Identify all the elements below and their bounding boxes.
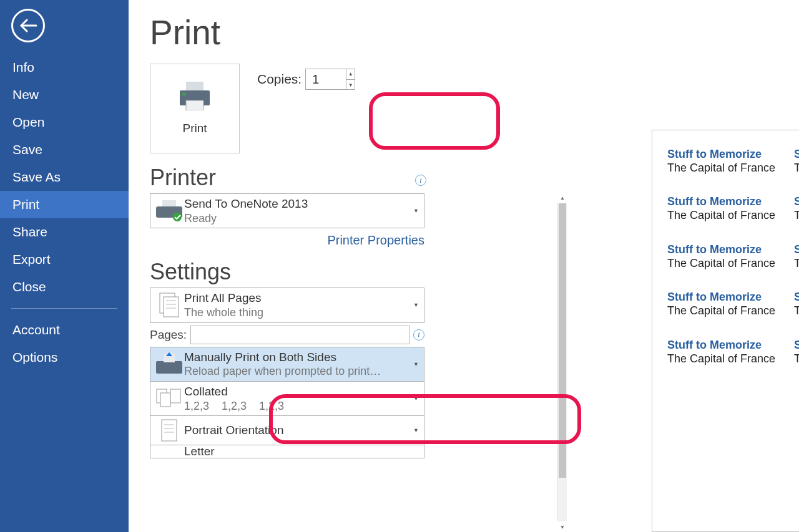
flashcard: Stuff to MemorizeThe Capital of England (794, 195, 799, 223)
copies-spin-down[interactable]: ▼ (346, 79, 355, 90)
print-range-line2: The whole thing (184, 306, 409, 320)
print-button[interactable]: Print (150, 64, 240, 153)
svg-point-7 (173, 213, 182, 221)
sidebar-item-save-as[interactable]: Save As (0, 163, 129, 191)
flashcard-body: The Capital of France (667, 352, 785, 366)
flashcard-heading: Stuff to Memorize (794, 339, 799, 352)
flashcard-body: The Capital of France (667, 304, 785, 318)
copies-field: Copies: 1 ▲ ▼ (257, 69, 355, 90)
flashcard-body: The Capital of England (794, 161, 799, 175)
sidebar-item-open[interactable]: Open (0, 109, 129, 136)
flashcard-heading: Stuff to Memorize (667, 195, 785, 208)
flashcard-heading: Stuff to Memorize (667, 291, 785, 304)
pages-label: Pages: (150, 328, 187, 342)
svg-rect-13 (156, 361, 182, 374)
sidebar-item-account[interactable]: Account (0, 316, 129, 344)
print-range-line1: Print All Pages (184, 291, 409, 306)
sidebar-item-new[interactable]: New (0, 81, 129, 109)
flashcard-heading: Stuff to Memorize (667, 243, 785, 256)
chevron-down-icon: ▼ (413, 208, 419, 214)
flashcard-heading: Stuff to Memorize (794, 195, 799, 208)
duplex-line2: Reload paper when prompted to print… (184, 364, 409, 379)
copies-label: Copies: (257, 72, 301, 87)
scroll-thumb[interactable] (559, 203, 566, 478)
paper-size-dropdown[interactable]: Letter (150, 445, 424, 458)
flashcard-body: The Capital of France (667, 208, 785, 223)
sidebar-item-share[interactable]: Share (0, 218, 129, 246)
svg-rect-9 (164, 297, 179, 317)
info-icon[interactable]: i (415, 175, 426, 186)
svg-rect-18 (162, 420, 177, 441)
printer-icon (177, 82, 212, 110)
flashcard: Stuff to MemorizeThe Capital of England (794, 291, 799, 318)
scroll-down-icon[interactable]: ▼ (559, 523, 566, 531)
chevron-down-icon: ▼ (413, 302, 419, 308)
pages-stack-icon (159, 292, 180, 318)
flashcard-body: The Capital of England (794, 352, 799, 366)
flashcard: Stuff to MemorizeThe Capital of England (794, 339, 799, 366)
printer-device-icon (156, 200, 182, 221)
copies-value: 1 (306, 72, 346, 87)
printer-name: Send To OneNote 2013 (184, 196, 409, 211)
svg-rect-6 (162, 200, 176, 206)
duplex-line1: Manually Print on Both Sides (184, 350, 409, 365)
copies-spin-up[interactable]: ▲ (346, 69, 355, 79)
chevron-down-icon: ▼ (413, 427, 419, 433)
backstage-sidebar: InfoNewOpenSaveSave AsPrintShareExportCl… (0, 0, 129, 532)
paper-line1: Letter (184, 445, 409, 458)
chevron-down-icon: ▼ (413, 395, 419, 402)
flashcard-body: The Capital of England (794, 304, 799, 318)
sidebar-item-save[interactable]: Save (0, 136, 129, 163)
print-button-label: Print (182, 122, 207, 135)
flashcard-heading: Stuff to Memorize (794, 148, 799, 161)
orientation-line1: Portrait Orientation (184, 423, 409, 438)
sidebar-item-export[interactable]: Export (0, 246, 129, 273)
flashcard-body: The Capital of France (667, 161, 785, 175)
flashcard-heading: Stuff to Memorize (794, 291, 799, 304)
flashcard-heading: Stuff to Memorize (667, 339, 785, 352)
flashcard: Stuff to MemorizeThe Capital of England (794, 148, 799, 175)
settings-scrollbar[interactable]: ▲ ▼ (557, 203, 567, 521)
portrait-page-icon (160, 418, 178, 442)
flashcard: Stuff to MemorizeThe Capital of France (667, 148, 785, 175)
sidebar-item-options[interactable]: Options (0, 344, 129, 371)
chevron-down-icon: ▼ (413, 361, 419, 367)
copies-input[interactable]: 1 ▲ ▼ (305, 69, 355, 90)
flashcard: Stuff to MemorizeThe Capital of France (667, 243, 785, 271)
sidebar-item-info[interactable]: Info (0, 54, 129, 81)
svg-rect-2 (186, 82, 203, 90)
flashcard-heading: Stuff to Memorize (667, 148, 785, 161)
sidebar-separator (11, 308, 117, 309)
collate-dropdown[interactable]: Collated 1,2,3 1,2,3 1,2,3 ▼ (150, 381, 424, 416)
flashcard-heading: Stuff to Memorize (794, 243, 799, 256)
duplex-dropdown[interactable]: Manually Print on Both Sides Reload pape… (150, 347, 424, 382)
sidebar-item-print[interactable]: Print (0, 191, 129, 218)
flashcard: Stuff to MemorizeThe Capital of France (667, 195, 785, 223)
flashcard: Stuff to MemorizeThe Capital of France (667, 291, 785, 318)
svg-rect-4 (182, 93, 186, 95)
svg-rect-16 (160, 393, 170, 407)
printer-properties-link[interactable]: Printer Properties (327, 233, 424, 247)
duplex-icon (156, 352, 182, 376)
flashcard: Stuff to MemorizeThe Capital of England (794, 243, 799, 271)
svg-rect-3 (186, 100, 203, 110)
printer-status: Ready (184, 211, 409, 226)
pages-input[interactable] (190, 326, 409, 344)
back-button[interactable] (11, 9, 45, 42)
sidebar-item-close[interactable]: Close (0, 273, 129, 301)
collate-line1: Collated (184, 384, 409, 399)
arrow-left-icon (19, 18, 37, 33)
collate-line2: 1,2,3 1,2,3 1,2,3 (184, 399, 409, 414)
collate-icon (155, 387, 183, 410)
flashcard-body: The Capital of France (667, 256, 785, 271)
orientation-dropdown[interactable]: Portrait Orientation ▼ (150, 415, 424, 445)
flashcard-body: The Capital of England (794, 256, 799, 271)
printer-dropdown[interactable]: Send To OneNote 2013 Ready ▼ (150, 193, 424, 228)
flashcard-body: The Capital of England (794, 208, 799, 223)
main-panel: Print Print Copies: 1 ▲ ▼ Printer (129, 0, 799, 532)
print-range-dropdown[interactable]: Print All Pages The whole thing ▼ (150, 288, 424, 322)
print-preview: Stuff to MemorizeThe Capital of FranceSt… (652, 130, 799, 532)
page-title: Print (150, 12, 799, 52)
info-icon[interactable]: i (413, 329, 424, 341)
scroll-up-icon[interactable]: ▲ (559, 193, 566, 202)
